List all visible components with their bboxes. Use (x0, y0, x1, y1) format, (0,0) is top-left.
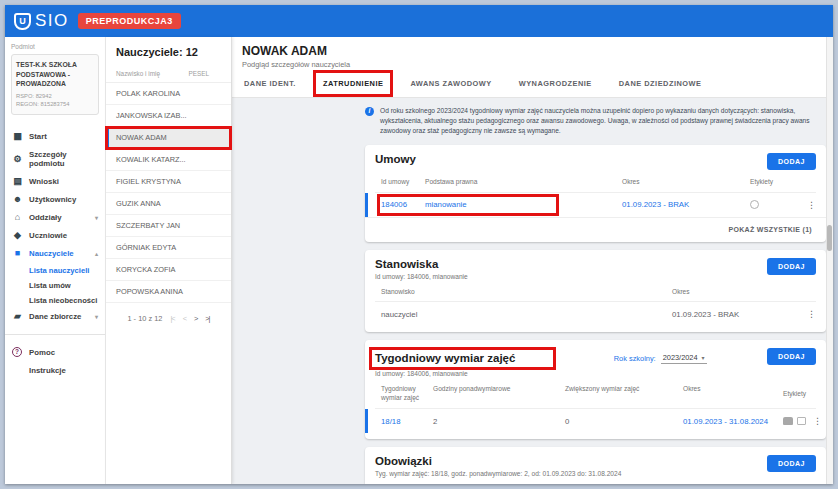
tab-awans-zawodowy[interactable]: AWANS ZAWODOWY (410, 79, 491, 88)
tab-content: i Od roku szkolnego 2023/2024 tygodniowy… (232, 98, 833, 484)
umowa-okres: 01.09.2023 - BRAK (622, 200, 750, 209)
sidebar-item-szczegoly-podmiotu[interactable]: ⚙ Szczegóły podmiotu (11, 146, 99, 173)
sidebar-item-dane-zbiorcze[interactable]: ▰ Dane zbiorcze ▾ (11, 308, 99, 326)
column-header-okres: Okres (683, 385, 783, 403)
teacher-row[interactable]: KORYCKA ZOFIA (106, 259, 231, 281)
umowy-table-header: Id umowy Podstawa prawna Okres Etykiety (375, 178, 816, 192)
last-page-icon[interactable]: >| (205, 314, 209, 323)
sidebar-item-nauczyciele[interactable]: ■ Nauczyciele ▴ (11, 245, 99, 263)
next-page-icon[interactable]: > (194, 314, 197, 323)
sidebar-item-start[interactable]: ▦ Start (11, 128, 99, 146)
sidebar-item-label: Pomoc (29, 348, 55, 357)
topbar: U SIO PREPRODUKCJA3 (5, 5, 833, 37)
godziny-value: 2 (433, 417, 565, 426)
tab-dane-dziedzinowe[interactable]: DANE DZIEDZINOWE (619, 79, 702, 88)
sidebar-item-label: Start (29, 132, 47, 141)
tab-zatrudnienie[interactable]: ZATRUDNIENIE (316, 73, 390, 94)
row-menu-button[interactable]: ⋮ (800, 309, 816, 319)
page-subtitle: Podgląd szczegółów nauczyciela (242, 60, 833, 69)
card-subtitle-stanowiska: Id umowy: 184006, mianowanie (375, 273, 468, 280)
body-row: Podmiot TEST-K.K SZKOŁA PODSTAWOWA - PRO… (5, 37, 833, 484)
add-stanowisko-button[interactable]: DODAJ (767, 258, 816, 275)
card-title-umowy: Umowy (375, 153, 416, 165)
row-menu-button[interactable]: ⋮ (800, 200, 816, 210)
help-circle-icon: ? (12, 347, 23, 357)
sidebar-item-label: Oddziały (29, 213, 62, 222)
scrollbar-thumb[interactable] (827, 225, 832, 251)
column-header-podstawa-prawna: Podstawa prawna (425, 178, 622, 187)
previous-page-icon[interactable]: < (183, 314, 186, 323)
teacher-row[interactable]: SZCZERBATY JAN (106, 215, 231, 237)
card-subtitle-tygodniowy: Id umowy: 184006, mianowanie (375, 370, 553, 377)
vertical-scrollbar[interactable] (826, 37, 833, 484)
show-all-link[interactable]: POKAŻ WSZYSTKIE (1) (365, 217, 826, 242)
teacher-row[interactable]: KOWALIK KATARZ... (106, 149, 231, 171)
column-header-etykiety: Etykiety (750, 178, 800, 187)
entity-rspo: RSPO: 82942 (16, 92, 94, 101)
sidebar-subitem-lista-umow[interactable]: Lista umów (11, 278, 99, 293)
sio-shield-icon: U (14, 13, 31, 30)
rok-szkolny-select[interactable]: 2023/2024 ▾ (661, 352, 707, 364)
sio-logo: U SIO (14, 11, 69, 31)
stanowiska-table-header: Stanowisko Okres (375, 288, 816, 302)
sidebar-item-label: Uczniowie (29, 231, 67, 240)
rok-szkolny-control: Rok szkolny: 2023/2024 ▾ (614, 352, 707, 364)
badge-icon: ▤ (12, 177, 23, 186)
sidebar-item-uzytkownicy[interactable]: ☻ Użytkownicy (11, 191, 99, 209)
teacher-row[interactable]: JANKOWSKA IZAB... (106, 105, 231, 127)
card-stanowiska: Stanowiska Id umowy: 184006, mianowanie … (365, 250, 826, 333)
wymiar-row: 18/18 2 0 01.09.2023 - 31.08.2024 ⋮ (375, 408, 816, 433)
teacher-row-selected[interactable]: NOWAK ADAM (106, 127, 231, 149)
pagination: 1 - 10 z 12 |< < > >| (106, 303, 231, 334)
add-umowa-button[interactable]: DODAJ (767, 153, 816, 170)
grid-icon: ▦ (12, 132, 23, 141)
wymiar-etykiety (783, 417, 806, 425)
card-subtitle-obowiazki: Tyg. wymiar zajęć: 18/18, godz. ponadwym… (375, 470, 621, 477)
sidebar-item-oddzialy[interactable]: ⌂ Oddziały ▾ (11, 209, 99, 227)
first-page-icon[interactable]: |< (170, 314, 174, 323)
sidebar-section-label: Podmiot (11, 43, 99, 50)
umowa-etykiety (750, 200, 800, 209)
sidebar-subitem-lista-nauczycieli[interactable]: Lista nauczycieli (11, 263, 99, 278)
detail-header: NOWAK ADAM Podgląd szczegółów nauczyciel… (232, 37, 833, 98)
teacher-row[interactable]: GUZIK ANNA (106, 193, 231, 215)
teacher-list-title: Nauczyciele: 12 (106, 44, 231, 67)
tab-wynagrodzenie[interactable]: WYNAGRODZENIE (519, 79, 592, 88)
briefcase-tag-icon (783, 417, 793, 425)
teacher-row[interactable]: POPOWSKA ANINA (106, 281, 231, 303)
row-menu-button[interactable]: ⋮ (806, 416, 822, 426)
teacher-list-panel: Nauczyciele: 12 Nazwisko i imię PESEL PO… (106, 37, 232, 484)
add-wymiar-button[interactable]: DODAJ (767, 348, 816, 365)
add-obowiazek-button[interactable]: DODAJ (767, 455, 816, 472)
app-window: U SIO PREPRODUKCJA3 Podmiot TEST-K.K SZK… (5, 5, 833, 484)
gear-icon: ⚙ (12, 155, 23, 164)
stanowisko-row: nauczyciel 01.09.2023 - BRAK ⋮ (375, 301, 816, 326)
column-header-pesel: PESEL (188, 70, 221, 77)
sidebar-subitem-lista-nieobecnosci[interactable]: Lista nieobecności (11, 293, 99, 308)
teacher-row[interactable]: POLAK KAROLINA (106, 83, 231, 105)
tab-dane-ident[interactable]: DANE IDENT. (244, 79, 296, 88)
sio-logo-text: SIO (35, 11, 69, 31)
umowa-id-link[interactable]: 184006 (375, 200, 425, 209)
entity-meta: RSPO: 82942 REGON: 815283754 (16, 92, 94, 109)
sidebar-item-uczniowie[interactable]: ◆ Uczniowie (11, 227, 99, 245)
entity-regon: REGON: 815283754 (16, 100, 94, 109)
card-tygodniowy-wymiar: Tygodniowy wymiar zajęć Id umowy: 184006… (365, 340, 826, 439)
wymiar-value[interactable]: 18/18 (375, 417, 433, 426)
teacher-row[interactable]: FIGIEL KRYSTYNA (106, 171, 231, 193)
chevron-down-icon: ▾ (95, 313, 98, 320)
info-banner: i Od roku szkolnego 2023/2024 tygodniowy… (365, 106, 826, 137)
tab-bar: DANE IDENT. ZATRUDNIENIE AWANS ZAWODOWY … (242, 79, 833, 97)
info-icon: i (365, 107, 374, 116)
card-obowiazki: Obowiązki Tyg. wymiar zajęć: 18/18, godz… (365, 447, 826, 484)
umowa-podstawa-link[interactable]: mianowanie (425, 200, 622, 209)
column-header-okres: Okres (622, 178, 750, 187)
sidebar-item-instrukcje[interactable]: Instrukcje (11, 362, 99, 380)
sidebar-item-wnioski[interactable]: ▤ Wnioski (11, 173, 99, 191)
sidebar-item-pomoc[interactable]: ? Pomoc (11, 343, 99, 362)
chevron-up-icon: ▴ (95, 250, 98, 257)
card-title-obowiazki: Obowiązki (375, 455, 621, 467)
column-header-stanowisko: Stanowisko (375, 288, 672, 297)
teacher-row[interactable]: GÓRNIAK EDYTA (106, 237, 231, 259)
sidebar-item-label: Dane zbiorcze (29, 312, 81, 321)
